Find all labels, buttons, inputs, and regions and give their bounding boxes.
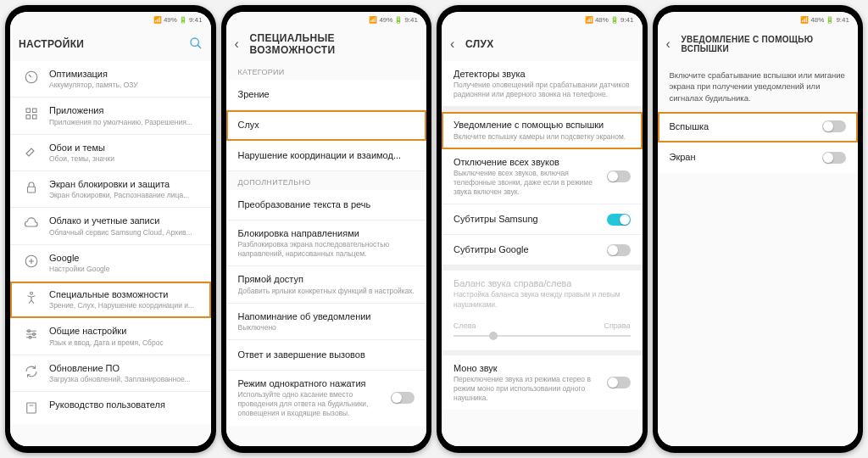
row-manual[interactable]: Руководство пользователя <box>10 392 211 424</box>
row-notification-reminder[interactable]: Напоминание об уведомленииВыключено <box>226 304 427 340</box>
google-icon <box>22 252 41 271</box>
row-sound-detectors[interactable]: Детекторы звукаПолучение оповещений при … <box>442 61 643 107</box>
lock-icon <box>22 178 41 197</box>
hearing-list: Детекторы звукаПолучение оповещений при … <box>442 61 643 446</box>
battery-text: 48% <box>595 16 609 24</box>
slider-track[interactable] <box>453 335 631 337</box>
row-camera-flash[interactable]: Вспышка <box>658 112 859 142</box>
row-label: Зрение <box>238 88 415 100</box>
signal-icon: 📶 <box>369 16 377 24</box>
toggle-screen-flash[interactable] <box>822 152 846 164</box>
brush-icon <box>22 142 41 160</box>
screen-1: 📶 49% 🔋 9:41 НАСТРОЙКИ ОптимизацияАккуму… <box>10 12 211 446</box>
row-accessibility[interactable]: Специальные возможностиЗрение, Слух, Нар… <box>10 282 211 318</box>
row-label: Субтитры Google <box>453 243 602 255</box>
row-hearing[interactable]: Слух <box>226 110 427 141</box>
row-apps[interactable]: ПриложенияПриложения по умолчанию, Разре… <box>10 98 211 134</box>
row-samsung-subtitles[interactable]: Субтитры Samsung <box>442 204 643 235</box>
row-mute-all[interactable]: Отключение всех звуковВыключение всех зв… <box>442 149 643 204</box>
svg-line-1 <box>198 45 201 48</box>
row-wallpaper[interactable]: Обои и темыОбои, темы, значки <box>10 135 211 171</box>
row-label: Блокировка направлениями <box>238 227 415 239</box>
svg-rect-16 <box>27 403 36 413</box>
battery-icon: 🔋 <box>394 16 403 24</box>
toggle-single-tap[interactable] <box>391 392 415 404</box>
row-answer-end-calls[interactable]: Ответ и завершение вызовов <box>226 340 427 371</box>
battery-icon: 🔋 <box>179 16 187 24</box>
toggle-mute-all[interactable] <box>607 170 631 182</box>
row-direct-access[interactable]: Прямой доступДобавить ярлыки конкретных … <box>226 266 427 303</box>
battery-icon: 🔋 <box>610 16 619 24</box>
signal-icon: 📶 <box>800 16 809 24</box>
cloud-icon <box>22 215 41 233</box>
back-icon[interactable]: ‹ <box>450 36 465 52</box>
book-icon <box>22 399 41 417</box>
back-icon[interactable]: ‹ <box>235 36 250 52</box>
toggle-samsung-subs[interactable] <box>607 214 631 226</box>
flash-notification-list: Включите срабатывание вспышки или мигани… <box>658 61 859 446</box>
toggle-google-subs[interactable] <box>607 244 631 256</box>
svg-point-9 <box>31 292 33 294</box>
search-icon[interactable] <box>189 36 203 53</box>
accessibility-list: КАТЕГОРИИ Зрение Слух Нарушение координа… <box>226 61 427 446</box>
slider-left-label: Слева <box>453 321 476 330</box>
toggle-camera-flash[interactable] <box>822 120 846 132</box>
row-label: Прямой доступ <box>238 273 415 285</box>
row-sub: Разблокировка экрана последовательностью… <box>238 240 415 259</box>
row-label: Преобразование текста в речь <box>238 198 415 210</box>
row-sub: Включите вспышку камеры или подсветку эк… <box>453 132 631 142</box>
row-vision[interactable]: Зрение <box>226 80 427 110</box>
page-title: НАСТРОЙКИ <box>19 38 189 50</box>
svg-rect-4 <box>33 109 37 113</box>
statusbar: 📶 49% 🔋 9:41 <box>226 12 427 27</box>
row-sub: Настройки Google <box>49 265 199 274</box>
row-google[interactable]: GoogleНастройки Google <box>10 245 211 282</box>
row-update[interactable]: Обновление ПОЗагрузка обновлений, Заплан… <box>10 355 211 392</box>
section-categories: КАТЕГОРИИ <box>226 61 427 80</box>
row-lockscreen[interactable]: Экран блокировки и защитаЭкран блокировк… <box>10 171 211 208</box>
back-icon[interactable]: ‹ <box>666 36 682 52</box>
row-sub: Настройка баланса звука между правым и л… <box>453 290 631 309</box>
header: НАСТРОЙКИ <box>10 27 211 61</box>
row-label: Детекторы звука <box>453 68 631 80</box>
row-label: Приложения <box>49 104 199 116</box>
row-sub: Язык и ввод, Дата и время, Сброс <box>49 338 199 348</box>
svg-rect-7 <box>28 187 36 193</box>
row-label: Экран блокировки и защита <box>49 178 199 190</box>
row-label: Общие настройки <box>49 325 199 337</box>
row-dexterity[interactable]: Нарушение координации и взаимод... <box>226 141 427 171</box>
sliders-icon <box>22 325 41 344</box>
row-general[interactable]: Общие настройкиЯзык и ввод, Дата и время… <box>10 318 211 355</box>
time-text: 9:41 <box>404 16 418 24</box>
row-flash-notification[interactable]: Уведомление с помощью вспышкиВключите вс… <box>442 112 643 148</box>
signal-icon: 📶 <box>153 16 162 24</box>
screen-3: 📶 48% 🔋 9:41 ‹ СЛУХ Детекторы звукаПолуч… <box>442 12 643 446</box>
row-sub: Экран блокировки, Распознавание лица... <box>49 191 199 200</box>
statusbar: 📶 48% 🔋 9:41 <box>442 12 643 27</box>
section-more: ДОПОЛНИТЕЛЬНО <box>226 171 427 190</box>
row-label: Обои и темы <box>49 142 199 154</box>
row-label: Отключение всех звуков <box>453 156 602 168</box>
accessibility-icon <box>22 288 41 307</box>
grid-icon <box>22 104 41 123</box>
row-sub: Переключение звука из режима стерео в ре… <box>453 375 602 403</box>
row-sub: Выключение всех звуков, включая телефонн… <box>453 169 602 197</box>
row-optimization[interactable]: ОптимизацияАккумулятор, память, ОЗУ <box>10 61 211 98</box>
row-label: Слух <box>238 119 415 131</box>
row-label: Нарушение координации и взаимод... <box>238 149 415 161</box>
row-label: Субтитры Samsung <box>453 213 602 225</box>
phone-1: 📶 49% 🔋 9:41 НАСТРОЙКИ ОптимизацияАккуму… <box>5 5 216 453</box>
row-single-tap[interactable]: Режим однократного нажатияИспользуйте од… <box>226 371 427 425</box>
row-direction-lock[interactable]: Блокировка направлениямиРазблокировка эк… <box>226 221 427 266</box>
row-tts[interactable]: Преобразование текста в речь <box>226 190 427 221</box>
slider-thumb[interactable] <box>489 332 498 340</box>
toggle-mono[interactable] <box>607 377 631 388</box>
row-label: Вспышка <box>670 120 818 132</box>
header: ‹ СПЕЦИАЛЬНЫЕ ВОЗМОЖНОСТИ <box>226 27 427 61</box>
header: ‹ СЛУХ <box>442 27 643 61</box>
row-google-subtitles[interactable]: Субтитры Google <box>442 235 643 265</box>
row-screen-flash[interactable]: Экран <box>658 142 859 173</box>
row-label: Руководство пользователя <box>49 399 199 411</box>
row-cloud[interactable]: Облако и учетные записиОблачный сервис S… <box>10 208 211 244</box>
row-mono-audio[interactable]: Моно звукПереключение звука из режима ст… <box>442 355 643 410</box>
